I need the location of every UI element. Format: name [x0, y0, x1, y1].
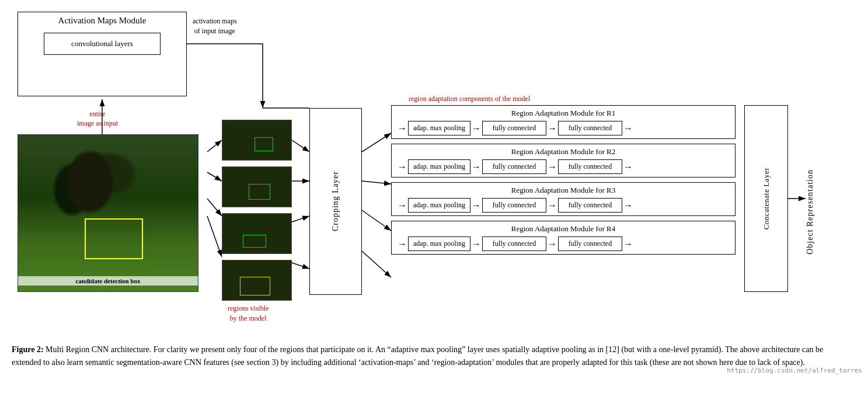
crop-item-4	[222, 260, 292, 301]
input-image: candidate detection box	[18, 134, 198, 292]
ram-r4-arrow-start: →	[398, 239, 407, 249]
tree-background	[18, 135, 198, 291]
ram-module-r4: Region Adaptation Module for R4 → adap. …	[391, 221, 735, 255]
ram-r3-title: Region Adaptation Module for R3	[396, 186, 730, 195]
crop-item-3	[222, 213, 292, 254]
svg-line-13	[362, 133, 391, 152]
svg-line-16	[362, 251, 391, 277]
svg-line-12	[207, 216, 222, 257]
region-adaptation-components-label: region adaptation components of the mode…	[409, 95, 530, 103]
ram-r3-arrow-end: →	[623, 200, 633, 211]
svg-line-8	[292, 263, 309, 269]
ram-r2-arrow-start: →	[398, 162, 407, 172]
ram-r3-box3: fully connected	[558, 198, 622, 213]
ram-r1-box1: adap. max pooling	[408, 121, 470, 135]
ram-r2-box1: adap. max pooling	[408, 159, 470, 174]
ram-r1-arrow1: →	[472, 123, 481, 134]
ram-r4-arrow2: →	[548, 239, 557, 249]
svg-line-9	[207, 140, 222, 152]
ram-r2-arrow2: →	[548, 162, 557, 172]
svg-line-11	[207, 199, 222, 216]
caption-text: Multi Region CNN architecture. For clari…	[12, 345, 823, 367]
ram-r3-arrow2: →	[548, 200, 557, 211]
conv-layers-box: convolutional layers	[44, 33, 161, 55]
crops-column	[222, 120, 292, 301]
watermark: https://blog.csdn.net/alfred_torres	[727, 367, 862, 374]
ram-r1-row: → adap. max pooling → fully connected → …	[396, 121, 730, 135]
ram-module-r2: Region Adaptation Module for R2 → adap. …	[391, 144, 735, 178]
ram-r2-box2: fully connected	[482, 159, 546, 174]
object-representation: Object Representation	[806, 169, 852, 255]
ram-r1-arrow2: →	[548, 123, 557, 134]
ram-r1-box3: fully connected	[558, 121, 622, 135]
concat-layer-text: Concatenate Layer	[762, 168, 771, 229]
ram-r3-box1: adap. max pooling	[408, 198, 470, 213]
ram-r4-row: → adap. max pooling → fully connected → …	[396, 236, 730, 251]
ram-module-r1: Region Adaptation Module for R1 → adap. …	[391, 105, 735, 139]
ram-r4-box1: adap. max pooling	[408, 236, 470, 251]
activation-maps-label: activation mapsof input image	[193, 16, 237, 36]
activation-module-title: Activation Maps Module	[18, 12, 186, 28]
caption-bold: Figure 2:	[12, 345, 44, 354]
ram-r2-title: Region Adaptation Module for R2	[396, 147, 730, 156]
diagram: Activation Maps Module convolutional lay…	[12, 6, 858, 339]
conv-layers-label: convolutional layers	[71, 39, 133, 48]
ram-container: Region Adaptation Module for R1 → adap. …	[391, 105, 735, 255]
activation-maps-module: Activation Maps Module convolutional lay…	[18, 12, 187, 96]
regions-visible-label: regions visibleby the model	[228, 304, 269, 323]
ram-r3-row: → adap. max pooling → fully connected → …	[396, 198, 730, 213]
ram-r3-arrow1: →	[472, 200, 481, 211]
main-container: Activation Maps Module convolutional lay…	[0, 0, 868, 375]
svg-line-10	[207, 172, 222, 181]
ram-r1-arrow-end: →	[623, 123, 633, 134]
concatenate-layer: Concatenate Layer	[744, 105, 788, 292]
ram-r2-box3: fully connected	[558, 159, 622, 174]
ram-r4-box3: fully connected	[558, 236, 622, 251]
cropping-layer: Cropping Layer	[309, 108, 362, 295]
ram-r2-arrow-end: →	[623, 162, 633, 172]
ram-r3-arrow-start: →	[398, 200, 407, 211]
crop-item-1	[222, 120, 292, 161]
candidate-detection-box	[85, 218, 143, 259]
svg-line-5	[292, 140, 309, 152]
ram-r4-title: Region Adaptation Module for R4	[396, 224, 730, 234]
figure-caption: Figure 2: Multi Region CNN architecture.…	[12, 343, 852, 370]
ram-module-r3: Region Adaptation Module for R3 → adap. …	[391, 182, 735, 216]
cropping-layer-text: Cropping Layer	[331, 171, 340, 231]
ram-r4-arrow1: →	[472, 239, 481, 249]
ram-r3-box2: fully connected	[482, 198, 546, 213]
svg-line-7	[292, 216, 309, 222]
svg-line-14	[362, 181, 391, 184]
candidate-label: candidate detection box	[18, 276, 198, 286]
input-image-inner: candidate detection box	[18, 135, 198, 291]
ram-r1-title: Region Adaptation Module for R1	[396, 109, 730, 118]
entire-image-label: entireimage as input	[77, 110, 118, 128]
ram-r1-arrow-start: →	[398, 123, 407, 134]
crop-item-2	[222, 166, 292, 207]
svg-line-15	[362, 210, 391, 231]
ram-r1-box2: fully connected	[482, 121, 546, 135]
ram-r4-arrow-end: →	[623, 239, 633, 249]
ram-r2-row: → adap. max pooling → fully connected → …	[396, 159, 730, 174]
ram-r4-box2: fully connected	[482, 236, 546, 251]
ram-r2-arrow1: →	[472, 162, 481, 172]
